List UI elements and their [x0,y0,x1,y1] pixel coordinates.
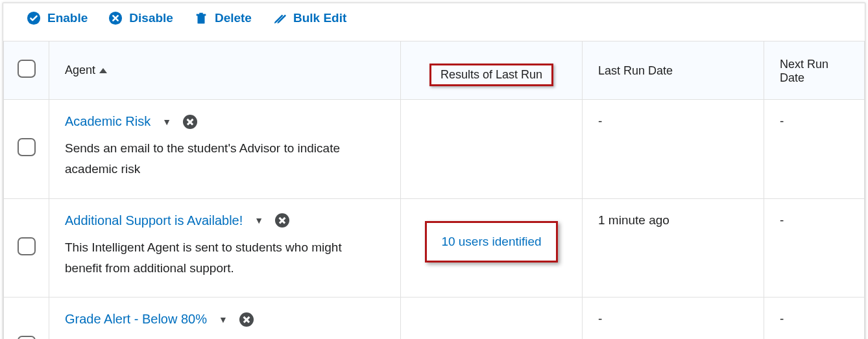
nextrun-value: - [780,312,784,325]
table-row: Additional Support is Available! ▼ This … [4,198,865,298]
bulk-edit-icon [272,11,287,25]
bulk-edit-label: Bulk Edit [293,11,346,25]
bulk-edit-button[interactable]: Bulk Edit [272,11,346,25]
row-checkbox[interactable] [18,336,36,339]
disabled-status-icon [275,213,289,228]
lastrun-value: - [598,114,602,128]
table-row: Academic Risk ▼ Sends an email to the st… [4,100,865,199]
enable-button[interactable]: Enable [27,11,88,25]
nextrun-value: - [780,114,784,128]
disabled-status-icon [239,312,254,327]
agent-name-link[interactable]: Grade Alert - Below 80% [65,312,207,327]
x-circle-icon [108,11,123,25]
agent-column-label: Agent [65,64,95,77]
agent-description: This Intelligent Agent is sent to studen… [65,237,376,279]
enable-label: Enable [47,11,88,25]
agent-description: Sends an email to the student's Advisor … [65,138,376,180]
lastrun-value: - [598,312,602,325]
results-column-highlight: Results of Last Run [429,64,553,86]
chevron-down-icon[interactable]: ▼ [254,215,263,226]
svg-rect-2 [197,14,206,16]
row-checkbox[interactable] [18,138,36,156]
svg-rect-3 [198,16,204,23]
agents-table: Agent Results of Last Run Last Run Date … [3,41,865,339]
sort-ascending-icon [99,68,107,73]
check-circle-icon [27,11,41,25]
delete-button[interactable]: Delete [194,11,252,25]
trash-icon [194,11,208,25]
nextrun-value: - [780,213,784,227]
disabled-status-icon [183,115,197,129]
agent-name-link[interactable]: Academic Risk [65,114,151,129]
row-checkbox[interactable] [18,237,36,255]
delete-label: Delete [215,11,252,25]
agent-column-sort[interactable]: Agent [65,64,107,77]
lastrun-value: 1 minute ago [598,213,669,227]
chevron-down-icon[interactable]: ▼ [162,117,171,127]
results-column-label: Results of Last Run [440,68,542,81]
disable-button[interactable]: Disable [108,11,173,25]
agent-description: Sends an email to students if they've ch… [65,336,376,339]
chevron-down-icon[interactable]: ▼ [219,314,228,325]
table-row: Grade Alert - Below 80% ▼ Sends an email… [4,298,865,339]
lastrun-column-label: Last Run Date [598,64,673,77]
action-toolbar: Enable Disable Delete Bulk Edit [3,3,865,41]
agent-name-link[interactable]: Additional Support is Available! [65,213,243,228]
nextrun-column-label: Next Run Date [780,58,828,84]
results-link[interactable]: 10 users identified [441,235,541,248]
select-all-checkbox[interactable] [18,60,36,78]
results-highlight: 10 users identified [425,221,557,263]
disable-label: Disable [129,11,173,25]
